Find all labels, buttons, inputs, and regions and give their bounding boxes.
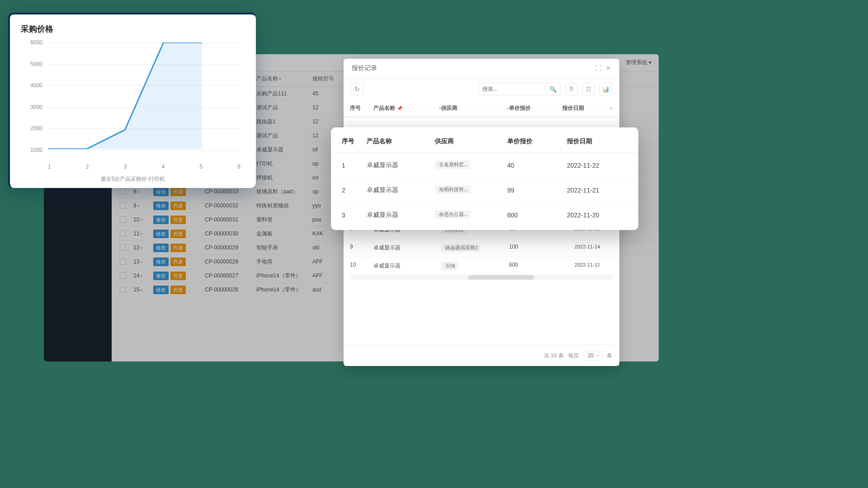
table-row[interactable]: 1 卓威显示器 ·五金原料宏... 40 2022-11-22 — [331, 153, 638, 178]
chevron-down-icon[interactable]: ▾ — [610, 106, 612, 111]
void-button[interactable]: 作废 — [170, 202, 186, 210]
cell-date: 2022-11-21 — [567, 187, 627, 194]
sort-icon[interactable]: ▾ — [279, 76, 281, 81]
checkbox[interactable] — [120, 216, 126, 223]
expand-icon[interactable]: ⛶ — [595, 65, 601, 72]
table-row[interactable]: 2 卓威显示器 ·光明科技有... 99 2022-11-21 — [331, 178, 638, 203]
cell-seq: 2 — [342, 187, 367, 194]
cell-name: 卓威显示器 — [373, 244, 441, 252]
chart-card: 采购价格 100020003000400050006000 123456 最近5… — [8, 13, 256, 188]
page-label: 每页 — [568, 352, 579, 360]
cell-product-name: 塑料管 — [255, 216, 309, 224]
cell-product-name: 路由器1 — [255, 118, 309, 126]
supplier-tag[interactable]: ·路由器供应商1 — [441, 244, 481, 252]
x-tick-label: 2 — [86, 164, 89, 170]
x-tick-label: 4 — [162, 164, 165, 170]
y-tick-label: 5000 — [21, 61, 42, 67]
total-label: 共 10 条 — [544, 352, 564, 360]
table-row[interactable]: 3 卓威显示器 ·余思办公器... 600 2022-11-20 — [331, 203, 638, 227]
cell-seq: 9 ▾ — [132, 202, 150, 209]
cell-price: 99 — [507, 187, 567, 194]
checkbox[interactable] — [120, 230, 126, 237]
edit-button[interactable]: 修改 — [153, 286, 169, 294]
void-button[interactable]: 作废 — [170, 258, 186, 266]
cell-product-name: 打印机 — [255, 160, 309, 168]
checkbox[interactable] — [120, 258, 126, 265]
checkbox[interactable] — [120, 286, 126, 293]
checkbox[interactable] — [120, 188, 126, 195]
col-product-name[interactable]: 产品名称▾ — [255, 75, 309, 83]
x-tick-label: 6 — [237, 164, 241, 170]
edit-button[interactable]: 修改 — [153, 244, 169, 252]
cell-supplier: ·余思办公器... — [435, 210, 507, 220]
cell-seq: 9 — [350, 244, 373, 252]
edit-button[interactable]: 修改 — [153, 258, 169, 266]
table-row[interactable]: 9 卓威显示器 ·路由器供应商1 100 2022-11-14 — [344, 239, 619, 257]
checkbox[interactable] — [120, 244, 126, 251]
refresh-button[interactable]: ↻ — [351, 83, 363, 95]
quote-table-header: 序号 产品名称📌▾ 供应商▾ 单价报价 报价日期▾ — [344, 100, 619, 117]
chart-title: 采购价格 — [21, 23, 245, 34]
cell-code: CP-00000033 — [203, 188, 253, 195]
supplier-tag[interactable]: ·光明科技有... — [435, 185, 471, 194]
close-icon[interactable]: ✕ — [606, 65, 611, 72]
chart-button[interactable]: 📊 — [599, 83, 612, 95]
cell-product-name: 测试产品 — [255, 132, 309, 140]
edit-button[interactable]: 修改 — [153, 188, 169, 196]
cell-name: 卓威显示器 — [367, 211, 435, 219]
cell-price: 600 — [509, 262, 562, 270]
supplier-tag[interactable]: ·五金原料宏... — [435, 160, 471, 169]
cell-supplier: ·路由器供应商1 — [441, 244, 509, 252]
cell-product-name: 卓威显示器 — [255, 146, 309, 154]
cell-code: CP-00000028 — [203, 258, 253, 265]
edit-button[interactable]: 修改 — [153, 230, 169, 238]
page-size-select[interactable]: 20 — [584, 351, 602, 361]
pin-icon[interactable]: 📌 — [397, 106, 402, 111]
filter-button[interactable]: ⫚ — [565, 83, 578, 95]
cell-code: CP-00000026 — [203, 286, 253, 293]
void-button[interactable]: 作废 — [170, 188, 186, 196]
x-tick-label: 3 — [124, 164, 127, 170]
col-date[interactable]: 报价日期▾ — [562, 104, 612, 112]
chart-area: 100020003000400050006000 123456 — [21, 42, 245, 160]
supplier-tag[interactable]: ·余思办公器... — [435, 210, 471, 219]
cell-code: CP-00000029 — [203, 244, 253, 251]
cell-seq: 15 ▾ — [132, 286, 150, 293]
search-input[interactable] — [478, 83, 546, 95]
cell-product-name: 采购产品111 — [255, 90, 309, 98]
void-button[interactable]: 作废 — [170, 244, 186, 252]
cell-date: 2022-11-14 — [562, 244, 612, 252]
edit-button[interactable]: 修改 — [153, 202, 169, 210]
edit-button[interactable]: 修改 — [153, 272, 169, 280]
supplier-tag[interactable]: ·百纳 — [441, 262, 458, 270]
col-supplier[interactable]: 供应商▾ — [441, 104, 509, 112]
col-price: 单价报价 — [507, 137, 567, 145]
void-button[interactable]: 作废 — [170, 216, 186, 224]
system-title[interactable]: 管理系统 ▾ — [626, 59, 651, 66]
cell-product-name: iPhone14（零件） — [255, 272, 309, 280]
void-button[interactable]: 作废 — [170, 286, 186, 294]
checkbox[interactable] — [120, 272, 126, 279]
cell-seq: 13 ▾ — [132, 258, 150, 265]
settings-button[interactable]: ☷ — [582, 83, 595, 95]
table-row[interactable]: 10 卓威显示器 ·百纳 600 2022-11-12 — [344, 257, 619, 275]
cell-product-name: 智能手表 — [255, 244, 309, 252]
checkbox[interactable] — [120, 202, 126, 209]
void-button[interactable]: 作废 — [170, 272, 186, 280]
void-button[interactable]: 作废 — [170, 230, 186, 238]
col-seq[interactable]: 序号 — [350, 104, 373, 112]
dialog-title: 报价记录 — [352, 64, 377, 72]
col-price[interactable]: 单价报价 — [509, 104, 562, 112]
edit-button[interactable]: 修改 — [153, 216, 169, 224]
y-tick-label: 2000 — [21, 125, 42, 131]
col-supplier: 供应商 — [435, 137, 507, 145]
cell-code: CP-00000030 — [203, 230, 253, 237]
col-product-name[interactable]: 产品名称📌▾ — [373, 104, 441, 112]
cell-supplier: ·五金原料宏... — [435, 160, 507, 170]
horizontal-scrollbar[interactable] — [351, 275, 612, 280]
cell-name: 卓威显示器 — [367, 161, 435, 169]
col-seq: 序号 — [342, 137, 367, 145]
cell-product-name: 焊接机 — [255, 174, 309, 182]
search-button[interactable]: 🔍 — [546, 83, 561, 95]
cell-product-name: 特殊材质螺丝 — [255, 202, 309, 210]
